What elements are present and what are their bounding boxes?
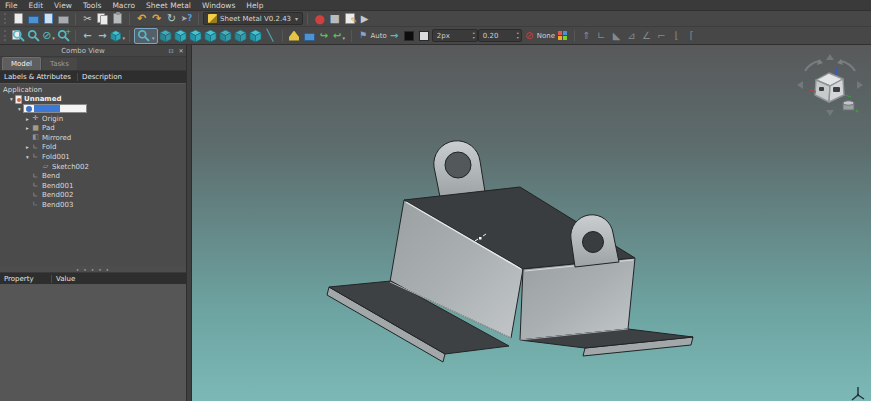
fit-selection-icon[interactable]	[26, 29, 41, 43]
menu-help[interactable]: Help	[246, 1, 263, 10]
close-panel-icon[interactable]: ✕	[176, 47, 186, 54]
link-select-icon[interactable]: ↩▾	[332, 29, 347, 43]
line-width-input[interactable]: 2px ▴▾	[432, 29, 478, 42]
bottom-view-icon[interactable]	[233, 29, 248, 43]
unfold-icon[interactable]: ∠	[639, 29, 654, 43]
draw-style-icon[interactable]: ⊘▾	[41, 29, 56, 43]
left-lug-hole[interactable]	[445, 152, 471, 178]
column-labels-attributes[interactable]: Labels & Attributes	[0, 73, 78, 81]
expander-closed-icon[interactable]: ▸	[24, 116, 31, 122]
tree-item-bend001[interactable]: ∟ Bend001	[0, 181, 186, 191]
working-plane-icon[interactable]: ⚑	[356, 29, 371, 43]
nav-forward-icon[interactable]: →	[95, 29, 110, 43]
tree-item-document[interactable]: ▾ Unnamed	[0, 95, 186, 105]
record-macro-icon[interactable]: ●	[312, 12, 327, 26]
menu-file[interactable]: File	[5, 1, 18, 10]
edit-macro-icon[interactable]: ✎	[342, 12, 357, 26]
left-view-icon[interactable]	[248, 29, 263, 43]
stepper-icon[interactable]: ▴▾	[517, 31, 519, 40]
tree-item-fold001[interactable]: ▾ ∟ Fold001	[0, 152, 186, 162]
stop-macro-icon[interactable]: ■	[327, 12, 342, 26]
undo-icon[interactable]: ↶	[134, 12, 149, 26]
combo-view-titlebar[interactable]: Combo View ⊡ ✕	[0, 45, 186, 57]
make-junction-icon[interactable]: ⌊	[669, 29, 684, 43]
rear-view-icon[interactable]	[218, 29, 233, 43]
menu-macro[interactable]: Macro	[112, 1, 135, 10]
expander-closed-icon[interactable]: ▸	[24, 144, 31, 150]
print-icon[interactable]	[56, 12, 71, 26]
top-view-icon[interactable]	[188, 29, 203, 43]
refresh-icon[interactable]: ↻	[164, 12, 179, 26]
open-file-icon[interactable]	[26, 12, 41, 26]
front-view-icon[interactable]	[173, 29, 188, 43]
toolbar-handle[interactable]	[4, 30, 8, 41]
extend-face-icon[interactable]: ◣	[609, 29, 624, 43]
draft-style-toggle-icon[interactable]: →	[387, 29, 402, 43]
float-panel-icon[interactable]: ⊡	[166, 47, 176, 54]
autogroup-label[interactable]: None	[537, 32, 555, 40]
solid-corner-icon[interactable]: ⌐	[654, 29, 669, 43]
workbench-selector[interactable]: Sheet Metal V0.2.43 ▾	[203, 12, 303, 25]
3d-viewport[interactable]	[192, 45, 871, 401]
tab-model[interactable]: Model	[2, 57, 41, 70]
nav-cube-body[interactable]	[810, 68, 851, 102]
paste-icon[interactable]	[110, 12, 125, 26]
tree-item-fold[interactable]: ▸ ∟ Fold	[0, 143, 186, 153]
expander-open-icon[interactable]: ▾	[24, 154, 31, 160]
autogroup-off-icon[interactable]: ⊘	[522, 29, 537, 43]
toolbar-handle[interactable]	[4, 13, 8, 24]
nav-rotate-arrows[interactable]	[805, 61, 855, 71]
measure-distance-icon[interactable]: ╲	[263, 29, 278, 43]
right-lug-hole[interactable]	[583, 232, 604, 253]
copy-icon[interactable]	[95, 12, 110, 26]
right-wall[interactable]	[520, 258, 635, 340]
axonometric-icon[interactable]: ▾	[110, 29, 125, 43]
nav-back-icon[interactable]: ←	[80, 29, 95, 43]
zoom-tool-button[interactable]: ▾	[134, 28, 158, 44]
whats-this-icon[interactable]: ➤?	[179, 12, 194, 26]
new-file-icon[interactable]	[11, 12, 26, 26]
right-view-icon[interactable]	[203, 29, 218, 43]
menu-windows[interactable]: Windows	[202, 1, 235, 10]
menu-sheet-metal[interactable]: Sheet Metal	[146, 1, 191, 10]
tree-item-application[interactable]: Application	[0, 85, 186, 95]
make-base-wall-icon[interactable]: ⇑	[579, 29, 594, 43]
fold-wall-icon[interactable]: ⊿	[624, 29, 639, 43]
tree-item-sketch002[interactable]: ▱ Sketch002	[0, 162, 186, 172]
tree-item-pad[interactable]: ▸ ▦ Pad	[0, 123, 186, 133]
stepper-icon[interactable]: ▴▾	[473, 31, 475, 40]
tree-item-bend[interactable]: ∟ Bend	[0, 171, 186, 181]
make-wall-icon[interactable]: ∟	[594, 29, 609, 43]
menu-tools[interactable]: Tools	[83, 1, 101, 10]
sheet-metal-part[interactable]	[192, 45, 871, 401]
line-color-swatch[interactable]	[402, 29, 417, 43]
fit-all-icon[interactable]	[11, 29, 26, 43]
cut-icon[interactable]: ✂	[80, 12, 95, 26]
part-icon[interactable]	[287, 29, 302, 43]
property-editor-empty[interactable]	[0, 285, 186, 401]
expander-open-icon[interactable]: ▾	[16, 106, 23, 112]
face-color-swatch[interactable]	[417, 29, 432, 43]
sketch-on-sheet-icon[interactable]: ⌈	[684, 29, 699, 43]
tree-item-rename[interactable]: ▾	[0, 104, 186, 114]
menu-view[interactable]: View	[54, 1, 72, 10]
redo-icon[interactable]: ↷	[149, 12, 164, 26]
column-description[interactable]: Description	[78, 73, 122, 81]
execute-macro-icon[interactable]: ▶	[357, 12, 372, 26]
nav-cylinder[interactable]	[843, 101, 859, 113]
tree-item-bend003[interactable]: ∟ Bend003	[0, 200, 186, 210]
tree-item-bend002[interactable]: ∟ Bend002	[0, 191, 186, 201]
column-value[interactable]: Value	[52, 275, 75, 283]
tab-tasks[interactable]: Tasks	[42, 58, 77, 70]
save-file-icon[interactable]	[41, 12, 56, 26]
expander-open-icon[interactable]: ▾	[8, 96, 15, 102]
working-plane-label[interactable]: Auto	[371, 32, 387, 40]
rename-input[interactable]	[23, 104, 87, 113]
navigation-cube[interactable]	[795, 53, 865, 119]
text-size-input[interactable]: 0.20 ▴▾	[478, 29, 522, 42]
tree-item-mirrored[interactable]: ◧ Mirrored	[0, 133, 186, 143]
column-property[interactable]: Property	[0, 275, 52, 283]
group-icon[interactable]	[302, 29, 317, 43]
isometric-view-icon[interactable]	[158, 29, 173, 43]
autogroup-picker-icon[interactable]	[555, 29, 570, 43]
